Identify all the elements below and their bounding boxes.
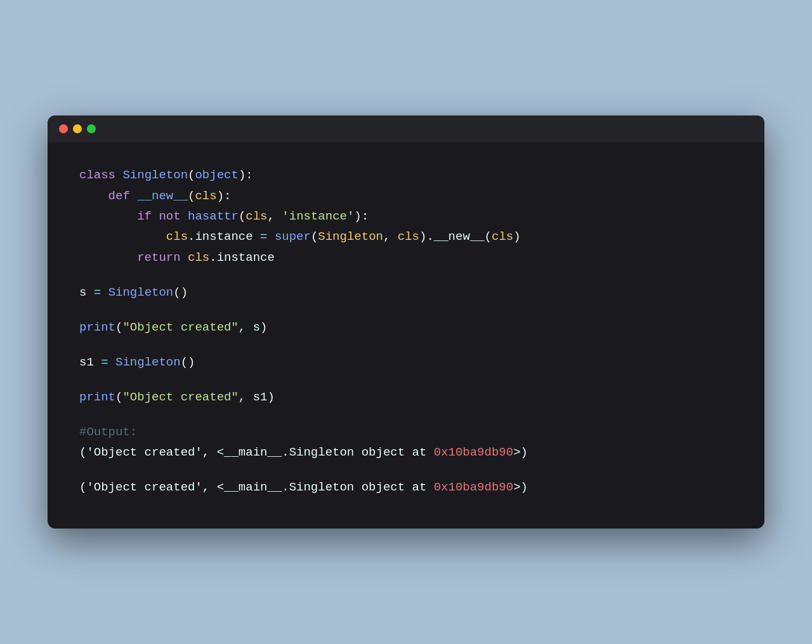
code-window: class Singleton(object): def __new__(cls… (48, 115, 764, 528)
code-line-5: return cls.instance (79, 247, 733, 268)
code-line-8: s1 = Singleton() (79, 352, 733, 372)
blank-line-5 (79, 407, 733, 422)
code-line-9: print("Object created", s1) (79, 387, 733, 407)
code-line-11: ('Object created', <__main__.Singleton o… (79, 442, 733, 463)
close-button[interactable] (59, 124, 68, 133)
code-line-1: class Singleton(object): (79, 165, 733, 185)
blank-line-2 (79, 303, 733, 317)
code-line-10: #Output: (79, 422, 733, 442)
code-line-7: print("Object created", s) (79, 317, 733, 338)
minimize-button[interactable] (73, 124, 82, 133)
blank-line-4 (79, 372, 733, 387)
blank-line-6 (79, 463, 733, 478)
maximize-button[interactable] (87, 124, 96, 133)
blank-line-1 (79, 268, 733, 282)
blank-line-3 (79, 338, 733, 352)
code-line-4: cls.instance = super(Singleton, cls).__n… (79, 227, 733, 247)
code-line-12: ('Object created', <__main__.Singleton o… (79, 477, 733, 497)
code-line-6: s = Singleton() (79, 282, 733, 303)
code-editor: class Singleton(object): def __new__(cls… (48, 142, 764, 528)
code-line-2: def __new__(cls): (79, 186, 733, 206)
code-line-3: if not hasattr(cls, 'instance'): (79, 206, 733, 227)
window-titlebar (48, 115, 764, 142)
